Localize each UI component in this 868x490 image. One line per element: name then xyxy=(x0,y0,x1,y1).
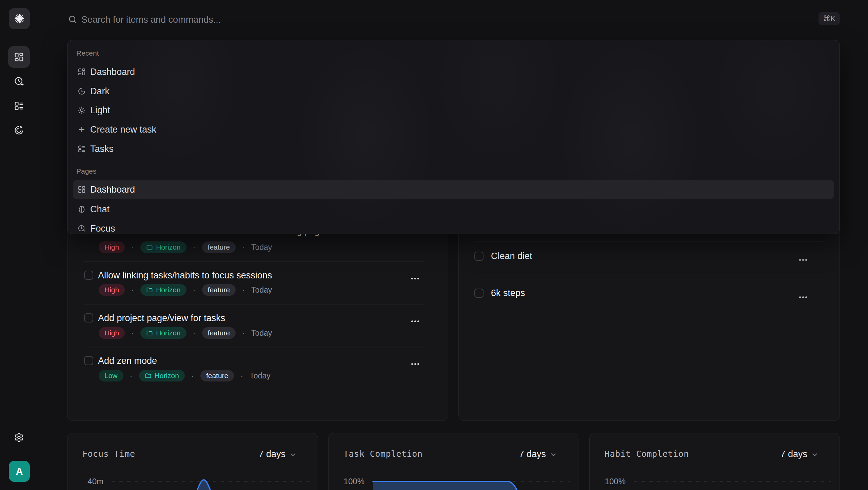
task-title[interactable]: Add zen mode xyxy=(98,355,157,367)
sidebar-item-settings[interactable] xyxy=(13,431,25,444)
sidebar-item-dashboard[interactable] xyxy=(8,46,30,68)
separator-dot: · xyxy=(131,285,134,295)
chart-title: Task Completion xyxy=(343,449,422,459)
task-badges: High · Horizon · feature · Today xyxy=(99,241,272,253)
palette-section-label: Pages xyxy=(76,167,97,175)
list-icon xyxy=(78,145,86,153)
range-label: 7 days xyxy=(258,449,285,459)
chart-title: Focus Time xyxy=(82,449,135,459)
sidebar-item-tasks[interactable] xyxy=(13,100,25,112)
y-axis-label: 100% xyxy=(590,477,626,486)
chevron-down-icon xyxy=(811,451,818,458)
folder-icon xyxy=(146,330,153,336)
clock-plus-icon xyxy=(14,76,24,86)
task-completion-area-chart xyxy=(372,479,557,490)
shortcut-badge: ⌘K xyxy=(818,12,840,25)
task-badges: High · Horizon · feature · Today xyxy=(99,327,272,339)
palette-item-create-new-task[interactable]: Create new task xyxy=(73,120,834,139)
due-label: Today xyxy=(250,371,270,380)
palette-item-label: Dashboard xyxy=(90,67,135,77)
plus-icon xyxy=(78,125,86,134)
palette-item-focus[interactable]: Focus xyxy=(73,219,834,234)
tag-badge: feature xyxy=(202,241,236,253)
habit-menu-button[interactable] xyxy=(799,296,801,298)
priority-badge: High xyxy=(99,284,125,296)
range-label: 7 days xyxy=(780,449,807,459)
range-selector[interactable]: 7 days xyxy=(258,449,297,459)
command-palette: Recent Dashboard Dark Light Create ne xyxy=(67,40,840,234)
dashboard-grid-icon xyxy=(78,68,86,76)
habit-checkbox[interactable] xyxy=(474,252,484,261)
range-selector[interactable]: 7 days xyxy=(780,449,818,459)
due-label: Today xyxy=(251,286,272,295)
task-checkbox[interactable] xyxy=(84,271,93,280)
task-title[interactable]: Add project page/view for tasks xyxy=(98,312,225,324)
search-icon xyxy=(68,15,77,24)
task-title[interactable]: Allow linking tasks/habits to focus sess… xyxy=(98,269,272,281)
separator-dot: · xyxy=(242,242,245,252)
palette-item-dashboard[interactable]: Dashboard xyxy=(73,62,834,81)
starburst-logo-icon xyxy=(14,13,25,24)
palette-item-dark[interactable]: Dark xyxy=(73,82,834,101)
sidebar: A xyxy=(0,0,38,490)
task-checkbox[interactable] xyxy=(84,313,93,322)
separator-dot: · xyxy=(193,328,196,338)
y-axis-label: 40m xyxy=(67,477,103,486)
palette-item-light[interactable]: Light xyxy=(73,101,834,120)
task-menu-button[interactable] xyxy=(411,278,413,279)
separator-dot: · xyxy=(131,242,134,252)
sidebar-item-habits[interactable] xyxy=(13,124,25,136)
separator-dot: · xyxy=(242,285,245,295)
dashboard-grid-icon xyxy=(14,52,24,62)
avatar[interactable]: A xyxy=(9,461,30,482)
priority-badge: High xyxy=(99,327,125,339)
project-badge: Horizon xyxy=(140,327,186,339)
separator-dot: · xyxy=(191,371,194,380)
folder-icon xyxy=(146,287,153,293)
row-divider xyxy=(474,278,825,278)
task-completion-card: Task Completion 7 days 100% xyxy=(328,433,578,490)
palette-item-label: Tasks xyxy=(90,144,114,154)
y-axis-label: 100% xyxy=(329,477,364,486)
range-selector[interactable]: 7 days xyxy=(519,449,557,459)
palette-item-chat[interactable]: Chat xyxy=(73,200,834,219)
tag-badge: feature xyxy=(202,327,236,339)
task-menu-button[interactable] xyxy=(411,363,413,365)
task-menu-button[interactable] xyxy=(411,320,413,322)
due-label: Today xyxy=(251,243,272,252)
habit-title[interactable]: Clean diet xyxy=(491,250,532,262)
palette-item-label: Dashboard xyxy=(90,184,135,195)
task-badges: Low · Horizon · feature · Today xyxy=(99,370,271,381)
task-checkbox[interactable] xyxy=(84,356,93,365)
palette-item-tasks[interactable]: Tasks xyxy=(73,139,834,158)
habit-menu-button[interactable] xyxy=(799,259,801,261)
palette-item-label: Create new task xyxy=(90,124,156,135)
row-divider xyxy=(84,305,424,305)
palette-item-dashboard-selected[interactable]: Dashboard xyxy=(73,180,834,199)
row-divider xyxy=(84,261,424,262)
list-icon xyxy=(14,101,24,111)
app-logo[interactable] xyxy=(9,8,30,29)
search-input[interactable] xyxy=(81,10,556,29)
topbar: ⌘K xyxy=(38,0,868,40)
chevron-down-icon xyxy=(550,451,557,458)
tag-badge: feature xyxy=(200,370,234,381)
chart-title: Habit Completion xyxy=(605,449,689,459)
separator-dot: · xyxy=(193,285,196,295)
gridline xyxy=(634,481,831,482)
palette-item-label: Dark xyxy=(90,86,110,97)
habit-checkbox[interactable] xyxy=(474,289,484,298)
row-divider xyxy=(84,348,424,348)
tag-badge: feature xyxy=(202,284,236,296)
folder-icon xyxy=(145,372,152,379)
chevron-down-icon xyxy=(289,451,297,458)
gear-icon xyxy=(14,432,24,443)
priority-badge: Low xyxy=(99,370,123,381)
separator-dot: · xyxy=(240,371,243,380)
sidebar-item-focus[interactable] xyxy=(13,75,25,87)
project-badge: Horizon xyxy=(140,241,186,253)
habit-title[interactable]: 6k steps xyxy=(491,287,525,299)
project-badge: Horizon xyxy=(140,284,186,296)
palette-item-label: Light xyxy=(90,105,110,116)
brain-icon xyxy=(78,205,86,213)
